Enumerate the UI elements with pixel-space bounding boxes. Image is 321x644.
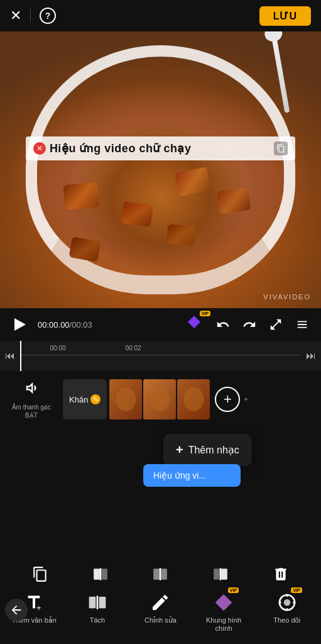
khung-hinh-chinh-label: Khung hình chính [199,616,249,633]
timeline-start-arrow[interactable]: ⏮ [5,350,15,362]
theo-doi-icon: VIP [276,591,298,614]
theo-doi-label: Theo dõi [273,616,300,625]
split-right-icon [212,566,229,582]
volume-icon [23,379,40,397]
add-clip-label: + [242,397,249,401]
clip-name: Khăn [69,395,88,404]
sound-icon [23,379,40,401]
more-options-button[interactable] [293,316,311,333]
undo-button[interactable] [214,316,232,333]
main-tool-row: + Thêm văn bản Tách Chỉnh sử [0,589,321,641]
timeline-playhead[interactable] [20,341,21,371]
add-music-plus-icon: + [176,443,183,457]
video-preview: ✕ Hiệu ứng video chữ chạy VIVAVIDEO [0,31,321,308]
thumbnail-strip [109,379,210,419]
clip-edit-icon: ✎ [90,394,101,404]
edit-icon [150,592,170,613]
current-time: 00:00.00 [38,320,70,330]
chinh-sua-label: Chỉnh sửa [144,616,177,625]
svg-text:+: + [36,603,41,613]
copy-tool-icon [32,566,48,582]
tach-label: Tách [90,616,105,625]
save-button[interactable]: LƯU [259,6,311,26]
khung-hinh-chinh-button[interactable]: VIP Khung hình chính [199,591,249,633]
text-copy-button[interactable] [274,142,288,155]
audio-track-label: Âm thanh gốc BẬT [5,403,58,419]
timeline-tick-line [20,355,301,355]
tach-button[interactable]: Tách [72,591,122,625]
track-area: Âm thanh gốc BẬT Khăn ✎ + + [0,371,321,428]
delete-icon [273,566,289,582]
thumb-frame-1 [109,379,142,419]
svg-rect-9 [89,597,96,609]
hieu-ung-popup[interactable]: Hiệu ứng vi... [143,464,241,487]
bowl-rim [26,45,295,294]
play-button[interactable] [10,314,30,335]
keyframe-icon [214,592,234,613]
chinh-sua-icon [149,591,171,614]
back-icon [9,603,23,617]
text-delete-button[interactable]: ✕ [33,142,46,155]
timeline-timestamps: 00:00 00:02 [20,345,301,352]
timeline-start: ⏮ [0,350,20,362]
top-bar: ✕ ? LƯU [0,0,321,31]
redo-icon [242,318,256,331]
thumb-frame-3 [177,379,210,419]
add-music-popup[interactable]: + Thêm nhạc [163,434,252,466]
copy-tool-button[interactable] [29,563,52,586]
help-button[interactable]: ? [40,8,56,24]
menu-icon [295,318,309,331]
playback-icons: VIP [188,316,311,333]
add-music-label: Thêm nhạc [188,444,239,456]
timeline-ruler: 00:00 00:02 [20,341,301,371]
food-chunk [121,201,153,227]
expand-icon [269,318,283,331]
expand-button[interactable] [267,316,285,333]
timestamp-0: 00:00 [20,345,95,352]
svg-rect-0 [94,569,100,579]
track-scroll: Khăn ✎ + + [63,371,321,428]
tracking-icon [277,592,297,613]
copy-icon [276,144,285,153]
split-mid-icon [152,566,168,582]
timeline: ⏮ 00:00 00:02 ⏭ [0,341,321,371]
svg-rect-2 [100,568,101,580]
delete-tool-button[interactable] [269,563,292,586]
svg-rect-7 [220,568,221,580]
svg-rect-4 [160,568,161,580]
overlay-text-content: Hiệu ứng video chữ chạy [50,142,192,155]
timeline-end: ⏭ [301,350,321,362]
back-button[interactable] [5,599,28,621]
divider [30,9,31,23]
split-right-tool-button[interactable] [209,563,232,586]
time-display: 00:00.00/00:03 [38,320,92,330]
vip-label: VIP [200,311,210,316]
close-button[interactable]: ✕ [10,9,21,23]
playback-bar: 00:00.00/00:03 VIP [0,308,321,341]
thumb-frame-2 [143,379,176,419]
hieu-ung-label: Hiệu ứng vi... [153,470,206,480]
diamond-icon [188,316,200,328]
theo-doi-button[interactable]: VIP Theo dõi [262,591,312,625]
food-chunk [166,224,195,247]
undo-icon [216,318,230,331]
add-clip-button[interactable]: + [215,387,240,412]
track-audio-control: Âm thanh gốc BẬT [0,374,63,425]
svg-rect-5 [214,569,220,579]
redo-button[interactable] [241,316,258,333]
split-icon [87,592,107,613]
timestamp-1: 00:02 [95,345,171,352]
timeline-end-arrow[interactable]: ⏭ [306,350,316,361]
text-overlay-inner: ✕ Hiệu ứng video chữ chạy [33,142,192,155]
chinh-sua-button[interactable]: Chỉnh sửa [135,591,185,625]
text-overlay-element[interactable]: ✕ Hiệu ứng video chữ chạy [26,136,295,160]
vip-badge-2: VIP [291,587,302,593]
split-left-icon [92,566,109,582]
vip-feature-button[interactable]: VIP [188,316,205,333]
split-left-tool-button[interactable] [89,563,112,586]
svg-rect-6 [221,569,227,579]
svg-rect-1 [101,569,107,579]
svg-point-13 [283,599,290,606]
track-clip-label[interactable]: Khăn ✎ [63,379,107,419]
split-mid-tool-button[interactable] [149,563,171,586]
